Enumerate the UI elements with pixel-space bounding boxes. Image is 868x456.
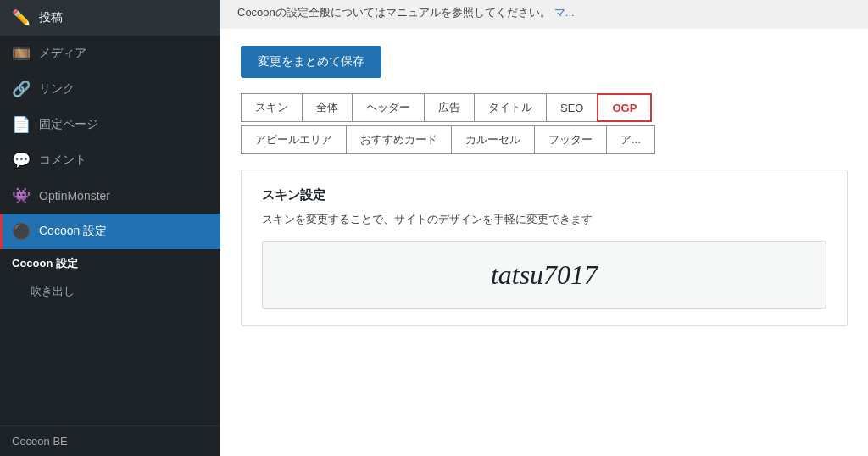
sidebar-item-label: 投稿 [39, 10, 63, 25]
sidebar-item-label: コメント [39, 153, 86, 168]
comment-icon: 💬 [12, 151, 31, 170]
sidebar-item-label: Cocoon 設定 [39, 224, 107, 239]
cocoon-icon: ⚫ [12, 222, 31, 241]
sidebar-item-optinmonster[interactable]: 👾 OptinMonster [0, 178, 220, 214]
sidebar-item-label: リンク [39, 81, 75, 97]
sidebar-item-comments[interactable]: 💬 コメント [0, 142, 220, 178]
sidebar-item-links[interactable]: 🔗 リンク [0, 71, 220, 107]
tab-footer[interactable]: フッター [534, 125, 607, 154]
submenu-header: Cocoon 設定 [0, 249, 220, 278]
tab-recommended[interactable]: おすすめカード [346, 125, 452, 154]
section-title: スキン設定 [262, 187, 826, 203]
tab-seo[interactable]: SEO [546, 93, 598, 122]
sidebar: ✏️ 投稿 🎞️ メディア 🔗 リンク 📄 固定ページ 💬 コメント 👾 Opt… [0, 0, 220, 456]
tab-title[interactable]: タイトル [474, 93, 547, 122]
bottom-label: Cocoon BE [0, 425, 220, 456]
sidebar-item-cocoon[interactable]: ⚫ Cocoon 設定 [0, 214, 220, 249]
tab-ad[interactable]: 広告 [424, 93, 475, 122]
tab-appeal[interactable]: アピールエリア [241, 125, 347, 154]
link-icon: 🔗 [12, 80, 31, 98]
section-description: スキンを変更することで、サイトのデザインを手軽に変更できます [262, 212, 826, 227]
save-button[interactable]: 変更をまとめて保存 [241, 46, 381, 78]
sidebar-item-label: メディア [39, 46, 86, 61]
sidebar-item-label: OptinMonster [39, 189, 110, 203]
page-icon: 📄 [12, 115, 31, 134]
tabs-row-1: スキン 全体 ヘッダー 広告 タイトル SEO OGP [241, 93, 848, 122]
skin-preview-text: tatsu7017 [491, 259, 598, 291]
submenu-item-label: 吹き出し [31, 284, 75, 299]
tabs-row-2: アピールエリア おすすめカード カルーセル フッター ア... [241, 125, 848, 154]
optinmonster-icon: 👾 [12, 186, 31, 205]
sidebar-item-media[interactable]: 🎞️ メディア [0, 36, 220, 71]
tab-carousel[interactable]: カルーセル [451, 125, 535, 154]
sidebar-submenu-fukidashi[interactable]: 吹き出し [0, 278, 220, 305]
tab-all[interactable]: 全体 [302, 93, 353, 122]
tab-ogp[interactable]: OGP [597, 93, 652, 122]
main-content: Cocoonの設定全般についてはマニュアルを参照してください。 マ... 変更を… [220, 0, 868, 456]
skin-preview: tatsu7017 [262, 241, 826, 309]
info-link[interactable]: マ... [554, 5, 575, 20]
content-area: 変更をまとめて保存 スキン 全体 ヘッダー 広告 タイトル SEO OGP アピ… [220, 29, 868, 456]
media-icon: 🎞️ [12, 44, 31, 63]
info-bar: Cocoonの設定全般についてはマニュアルを参照してください。 マ... [220, 0, 868, 29]
section-box: スキン設定 スキンを変更することで、サイトのデザインを手軽に変更できます tat… [241, 170, 848, 326]
tab-more[interactable]: ア... [606, 125, 655, 154]
tab-skin[interactable]: スキン [241, 93, 303, 122]
sidebar-item-posts[interactable]: ✏️ 投稿 [0, 0, 220, 36]
sidebar-item-pages[interactable]: 📄 固定ページ [0, 107, 220, 142]
sidebar-item-label: 固定ページ [39, 117, 98, 132]
info-text: Cocoonの設定全般についてはマニュアルを参照してください。 [237, 5, 551, 20]
posts-icon: ✏️ [12, 8, 31, 27]
tab-header[interactable]: ヘッダー [352, 93, 425, 122]
